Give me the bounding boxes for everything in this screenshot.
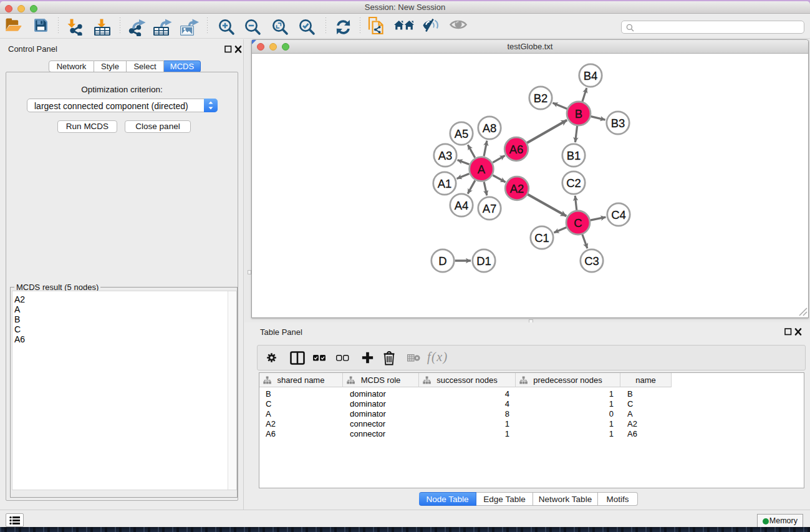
- svg-text:C4: C4: [611, 208, 626, 221]
- svg-text:C: C: [574, 216, 582, 230]
- svg-text:B2: B2: [534, 92, 548, 105]
- svg-text:A7: A7: [483, 202, 497, 215]
- svg-text:A1: A1: [438, 177, 452, 190]
- svg-text:A2: A2: [510, 182, 524, 195]
- svg-text:B: B: [575, 107, 582, 120]
- svg-text:A3: A3: [438, 149, 453, 162]
- svg-text:B4: B4: [584, 69, 598, 82]
- svg-text:A8: A8: [483, 122, 497, 135]
- svg-text:A: A: [478, 163, 486, 176]
- svg-text:C3: C3: [584, 254, 599, 268]
- svg-text:C1: C1: [534, 231, 549, 244]
- svg-text:D1: D1: [476, 254, 491, 268]
- svg-text:A4: A4: [455, 199, 469, 212]
- svg-text:D: D: [438, 254, 446, 268]
- svg-text:B3: B3: [611, 117, 625, 130]
- svg-text:A6: A6: [509, 143, 524, 156]
- svg-text:C2: C2: [566, 177, 581, 190]
- svg-text:A5: A5: [455, 127, 469, 140]
- svg-text:B1: B1: [567, 149, 581, 162]
